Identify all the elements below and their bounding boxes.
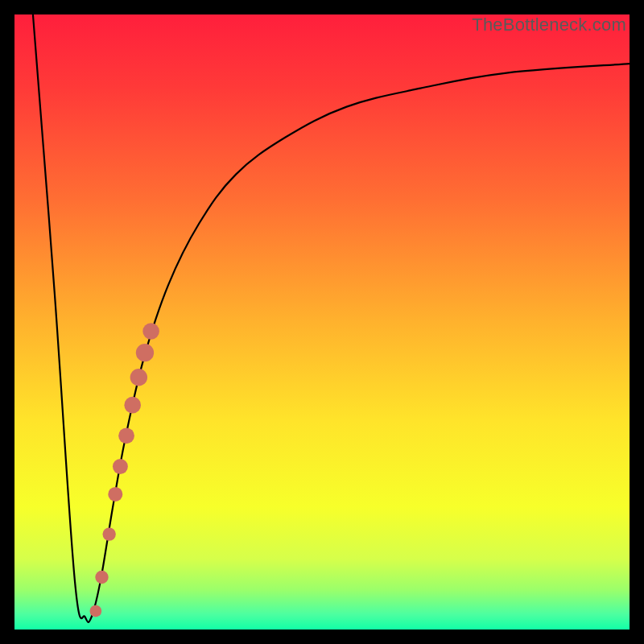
highlight-dot — [130, 369, 147, 386]
highlight-dot — [102, 527, 115, 540]
watermark-text: TheBottleneck.com — [472, 14, 626, 35]
highlight-dot — [113, 459, 128, 474]
chart-svg — [14, 14, 630, 630]
highlight-dot — [89, 605, 101, 617]
plot-area: TheBottleneck.com — [14, 14, 630, 630]
highlight-dot — [95, 571, 108, 584]
highlight-dot — [136, 344, 154, 361]
chart-frame: TheBottleneck.com — [0, 0, 644, 644]
highlight-dot — [124, 397, 141, 414]
highlight-dot — [118, 427, 134, 444]
highlight-dot — [108, 487, 122, 502]
highlight-dot — [142, 323, 159, 340]
